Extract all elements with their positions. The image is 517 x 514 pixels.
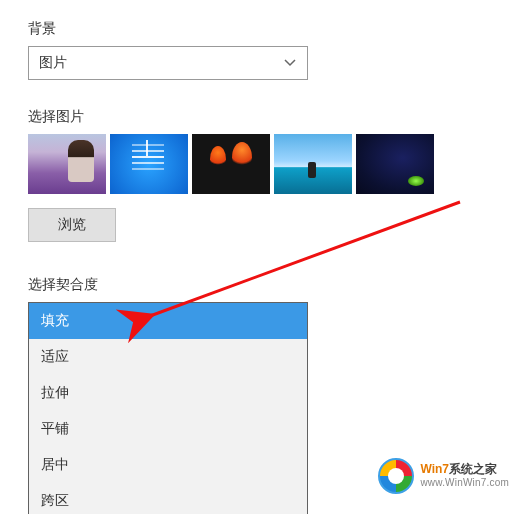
background-select[interactable]: 图片 — [28, 46, 308, 80]
fit-label: 选择契合度 — [28, 276, 489, 294]
fit-option-label: 拉伸 — [41, 384, 69, 402]
fit-option-span[interactable]: 跨区 — [29, 483, 307, 514]
fit-option-fill[interactable]: 填充 — [29, 303, 307, 339]
fit-option-label: 平铺 — [41, 420, 69, 438]
background-select-value: 图片 — [39, 54, 67, 72]
wallpaper-thumb[interactable] — [192, 134, 270, 194]
fit-option-center[interactable]: 居中 — [29, 447, 307, 483]
browse-button[interactable]: 浏览 — [28, 208, 116, 242]
wallpaper-thumb[interactable] — [274, 134, 352, 194]
fit-dropdown[interactable]: 填充 适应 拉伸 平铺 居中 跨区 — [28, 302, 308, 514]
fit-option-label: 居中 — [41, 456, 69, 474]
background-label: 背景 — [28, 20, 489, 38]
browse-button-label: 浏览 — [58, 216, 86, 234]
fit-option-label: 适应 — [41, 348, 69, 366]
wallpaper-thumb[interactable] — [28, 134, 106, 194]
fit-option-fit[interactable]: 适应 — [29, 339, 307, 375]
wallpaper-thumb[interactable] — [110, 134, 188, 194]
fit-option-tile[interactable]: 平铺 — [29, 411, 307, 447]
fit-option-label: 跨区 — [41, 492, 69, 510]
thumbnail-row — [28, 134, 489, 194]
fit-option-label: 填充 — [41, 312, 69, 330]
fit-option-stretch[interactable]: 拉伸 — [29, 375, 307, 411]
picture-label: 选择图片 — [28, 108, 489, 126]
chevron-down-icon — [283, 56, 297, 70]
wallpaper-thumb[interactable] — [356, 134, 434, 194]
